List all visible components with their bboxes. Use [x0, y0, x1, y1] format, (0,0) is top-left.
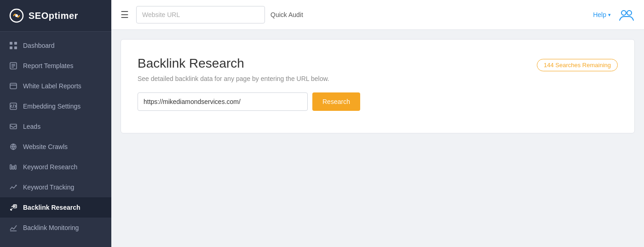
sidebar: SEOptimer Dashboard Report Templates Whi…: [0, 0, 111, 247]
svg-rect-18: [12, 166, 14, 169]
page-title: Backlink Research: [138, 56, 244, 71]
backlink-research-card: Backlink Research 144 Searches Remaining…: [121, 39, 635, 133]
topbar: ☰ Quick Audit Help ▾: [111, 0, 644, 30]
content-area: Backlink Research 144 Searches Remaining…: [111, 30, 644, 247]
search-row: Research: [138, 92, 618, 111]
crawls-icon: [9, 143, 17, 151]
sidebar-item-leads[interactable]: Leads: [0, 116, 111, 137]
svg-point-20: [16, 185, 17, 186]
card-subtitle: See detailed backlink data for any page …: [138, 75, 618, 82]
svg-rect-4: [10, 46, 12, 49]
logo-text: SEOptimer: [29, 11, 78, 21]
chevron-down-icon: ▾: [608, 12, 611, 18]
logo-area: SEOptimer: [0, 0, 111, 32]
svg-rect-5: [14, 46, 17, 49]
svg-rect-10: [10, 83, 17, 89]
sidebar-item-keyword-tracking[interactable]: Keyword Tracking: [0, 177, 111, 197]
backlink-research-icon: [9, 203, 17, 212]
sidebar-item-report-templates-label: Report Templates: [23, 62, 73, 69]
svg-rect-17: [10, 165, 12, 169]
backlink-monitoring-icon: [9, 224, 17, 232]
hamburger-button[interactable]: ☰: [121, 9, 129, 20]
report-templates-icon: [9, 62, 17, 70]
leads-icon: [9, 122, 17, 131]
sidebar-item-dashboard-label: Dashboard: [23, 42, 55, 49]
quick-audit-button[interactable]: Quick Audit: [270, 11, 303, 18]
sidebar-item-backlink-monitoring[interactable]: Backlink Monitoring: [0, 218, 111, 238]
sidebar-item-website-crawls-label: Website Crawls: [23, 143, 68, 150]
svg-point-24: [627, 11, 632, 15]
svg-rect-3: [14, 42, 17, 45]
main-wrapper: ☰ Quick Audit Help ▾ Backlink Research 1…: [111, 0, 644, 247]
sidebar-item-keyword-research-label: Keyword Research: [23, 163, 77, 171]
keyword-tracking-icon: [9, 183, 17, 191]
url-input[interactable]: [138, 92, 308, 111]
sidebar-item-white-label-label: White Label Reports: [23, 82, 81, 90]
sidebar-item-white-label[interactable]: White Label Reports: [0, 76, 111, 96]
white-label-icon: [9, 82, 17, 90]
embedding-icon: [9, 102, 17, 110]
sidebar-item-keyword-tracking-label: Keyword Tracking: [23, 184, 74, 191]
sidebar-item-backlink-monitoring-label: Backlink Monitoring: [23, 224, 79, 231]
seoptimer-logo-icon: [9, 8, 24, 23]
svg-line-13: [13, 104, 14, 108]
sidebar-item-embedding-label: Embedding Settings: [23, 103, 80, 110]
help-label: Help: [593, 11, 606, 18]
sidebar-item-report-templates[interactable]: Report Templates: [0, 56, 111, 76]
svg-rect-2: [10, 42, 12, 45]
sidebar-item-backlink-research-label: Backlink Research: [23, 204, 80, 211]
sidebar-item-embedding[interactable]: Embedding Settings: [0, 96, 111, 116]
sidebar-item-website-crawls[interactable]: Website Crawls: [0, 137, 111, 157]
keyword-research-icon: [9, 163, 17, 171]
dashboard-icon: [9, 41, 17, 50]
sidebar-item-dashboard[interactable]: Dashboard: [0, 35, 111, 56]
sidebar-nav: Dashboard Report Templates White Label R…: [0, 32, 111, 241]
card-header: Backlink Research 144 Searches Remaining: [138, 56, 618, 71]
topbar-url-input[interactable]: [136, 6, 265, 23]
svg-point-23: [621, 11, 626, 15]
user-avatar-icon[interactable]: [618, 6, 635, 23]
help-button[interactable]: Help ▾: [593, 11, 611, 18]
searches-remaining-badge: 144 Searches Remaining: [537, 59, 618, 71]
sidebar-item-backlink-research[interactable]: Backlink Research: [0, 197, 111, 218]
svg-rect-19: [15, 165, 16, 169]
sidebar-item-leads-label: Leads: [23, 123, 40, 130]
research-button[interactable]: Research: [312, 92, 360, 111]
sidebar-item-keyword-research[interactable]: Keyword Research: [0, 157, 111, 177]
svg-point-1: [15, 14, 18, 17]
